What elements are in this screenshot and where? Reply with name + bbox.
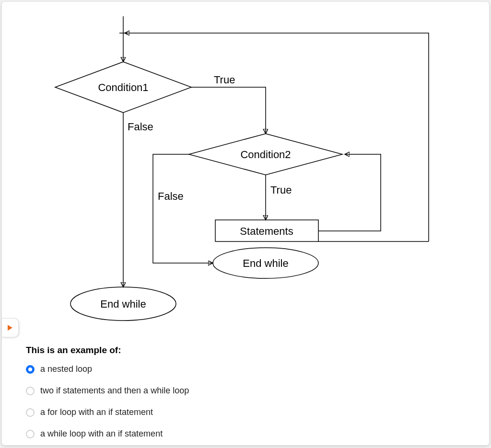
option-3[interactable]: a while loop with an if statement (26, 429, 457, 439)
option-label: a nested loop (40, 364, 92, 374)
condition2-true-label: True (270, 184, 292, 196)
radio-icon (26, 365, 35, 374)
flowchart: Condition1 True False Condition2 True Fa… (2, 2, 489, 337)
radio-icon (26, 430, 35, 438)
inner-end-while-text: End while (243, 257, 288, 269)
statements-text: Statements (240, 225, 293, 237)
condition1-true-label: True (214, 74, 235, 86)
radio-icon (26, 387, 35, 395)
option-label: two if statements and then a while loop (40, 386, 189, 396)
expand-tab-button[interactable] (2, 318, 19, 337)
condition1-text: Condition1 (98, 81, 148, 93)
radio-icon (26, 408, 35, 417)
question-prompt: This is an example of: (26, 345, 457, 356)
play-icon (6, 324, 14, 332)
outer-end-while-text: End while (100, 298, 146, 310)
option-2[interactable]: a for loop with an if statement (26, 407, 457, 417)
option-1[interactable]: two if statements and then a while loop (26, 386, 457, 396)
question-block: This is an example of: a nested loop two… (26, 345, 457, 448)
question-sheet: Condition1 True False Condition2 True Fa… (2, 2, 489, 445)
option-0[interactable]: a nested loop (26, 364, 457, 374)
option-label: a for loop with an if statement (40, 407, 153, 417)
svg-marker-5 (8, 325, 12, 331)
option-label: a while loop with an if statement (40, 429, 163, 439)
condition2-false-label: False (158, 190, 184, 202)
condition2-text: Condition2 (240, 149, 291, 161)
condition1-false-label: False (128, 121, 153, 133)
